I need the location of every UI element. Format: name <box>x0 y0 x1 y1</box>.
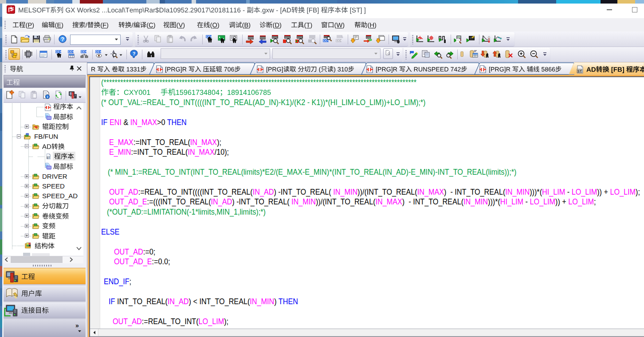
svg-text:ST: ST <box>577 69 582 73</box>
svg-text:?: ? <box>133 51 136 56</box>
svg-text:i: i <box>47 95 48 99</box>
svg-text:ST: ST <box>47 156 51 159</box>
svg-text:?: ? <box>61 36 64 43</box>
